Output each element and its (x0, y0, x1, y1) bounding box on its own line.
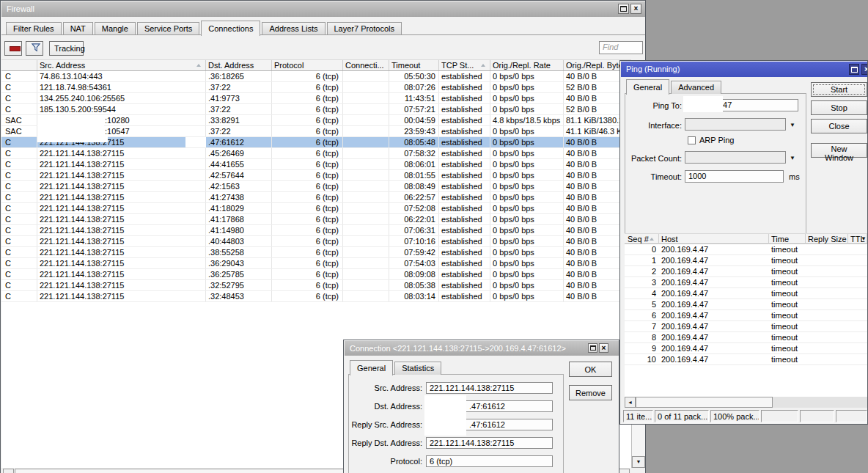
col-src-address[interactable]: Src. Address (37, 60, 206, 70)
maximize-icon[interactable] (618, 4, 629, 14)
close-button[interactable]: Close (811, 119, 867, 133)
connection-row[interactable]: C134.255.240.106:25565.41:97736 (tcp)11:… (1, 93, 631, 104)
connection-row[interactable]: C221.121.144.138:27115.44:416556 (tcp)08… (1, 159, 631, 170)
find-input[interactable]: Find (599, 41, 643, 54)
tab-filter-rules[interactable]: Filter Rules (6, 22, 62, 35)
col-connection-mark[interactable]: Connecti... (343, 60, 389, 70)
tab-connections[interactable]: Connections (201, 21, 260, 36)
cell-host: 200.169.4.47 (659, 266, 769, 276)
scroll-down-icon[interactable]: ▼ (632, 456, 645, 468)
ping-titlebar[interactable]: Ping (Running) (621, 62, 868, 77)
tab-statistics[interactable]: Statistics (394, 362, 441, 375)
maximize-icon[interactable] (849, 64, 859, 75)
chevron-down-icon[interactable]: ▼ (790, 122, 795, 128)
scroll-left-icon[interactable]: ◄ (3, 469, 14, 473)
col-flags[interactable] (3, 60, 37, 70)
ping-result-row[interactable]: 9200.169.4.47timeout (625, 343, 867, 354)
connection-row[interactable]: C221.121.144.138:27115.41:274386 (tcp)06… (1, 192, 631, 203)
firewall-titlebar[interactable]: Firewall (1, 1, 646, 17)
connection-row[interactable]: C221.121.144.138:27115.41:180296 (tcp)07… (1, 203, 631, 214)
ping-result-row[interactable]: 1200.169.4.47timeout (625, 255, 867, 266)
connection-row[interactable]: C221.121.144.138:27115.40:448036 (tcp)07… (1, 236, 631, 247)
cell-tcp-state: established (439, 291, 490, 301)
cell-protocol: 6 (tcp) (272, 280, 343, 290)
connection-row[interactable]: C221.121.144.138:27115.41:149806 (tcp)07… (1, 225, 631, 236)
cell-rate: 0 bps/0 bps (490, 269, 564, 279)
ping-result-row[interactable]: 2200.169.4.47timeout (625, 266, 867, 277)
col-orig-repl-rate[interactable]: Orig./Repl. Rate (490, 60, 564, 70)
ping-result-row[interactable]: 5200.169.4.47timeout (625, 299, 867, 310)
col-time[interactable]: Time (769, 234, 806, 244)
maximize-icon[interactable] (588, 343, 597, 353)
ping-result-row[interactable]: 0200.169.4.47timeout (625, 244, 867, 255)
cell-src: 221.121.144.138:27115 (37, 236, 206, 246)
ping-result-row[interactable]: 4200.169.4.47timeout (625, 288, 867, 299)
chevron-down-icon[interactable]: ▼ (790, 155, 795, 161)
start-button[interactable]: Start (811, 82, 867, 97)
tab-address-lists[interactable]: Address Lists (262, 22, 325, 35)
connection-row[interactable]: C221.121.144.138:27115.36:257856 (tcp)08… (1, 269, 631, 280)
col-tcp-state[interactable]: TCP St... (439, 60, 490, 70)
cell-connection-mark (343, 269, 389, 279)
connection-row[interactable]: C221.121.144.138:27115.41:178686 (tcp)06… (1, 214, 631, 225)
scroll-right-icon[interactable]: ► (619, 469, 630, 473)
timeout-field[interactable]: 1000 (685, 170, 784, 183)
protocol-field[interactable]: 6 (tcp) (426, 455, 553, 467)
tab-nat[interactable]: NAT (63, 22, 93, 35)
close-icon[interactable]: × (599, 343, 608, 353)
connection-row[interactable]: C221.121.144.138:27115.32:527956 (tcp)08… (1, 280, 631, 291)
ping-result-row[interactable]: 8200.169.4.47timeout (625, 332, 867, 343)
tab-advanced[interactable]: Advanced (671, 81, 721, 94)
tab-general[interactable]: General (626, 79, 669, 95)
col-timeout[interactable]: Timeout (389, 60, 439, 70)
src-address-field[interactable]: 221.121.144.138:27115 (426, 382, 553, 394)
col-seq[interactable]: Seq # (625, 234, 659, 244)
close-icon[interactable]: × (861, 64, 868, 75)
connection-row[interactable]: C221.121.144.138:27115.32:484536 (tcp)08… (1, 291, 631, 302)
connection-row[interactable]: C221.121.144.138:27115.38:552586 (tcp)07… (1, 247, 631, 258)
col-host[interactable]: Host (659, 234, 769, 244)
col-dst-address[interactable]: Dst. Address (206, 60, 272, 70)
new-window-button[interactable]: New Window (811, 143, 867, 158)
tab-service-ports[interactable]: Service Ports (137, 22, 199, 35)
column-select-icon[interactable]: ▼ (861, 236, 867, 242)
cell-protocol: 6 (tcp) (272, 71, 343, 81)
remove-connection-button[interactable] (4, 41, 22, 56)
ok-button[interactable]: OK (569, 362, 612, 377)
ping-result-row[interactable]: 7200.169.4.47timeout (625, 321, 867, 332)
cell-dst: .40:44803 (206, 236, 272, 246)
connection-row[interactable]: C74.86.13.104:443.36:182656 (tcp)05:50:3… (1, 71, 631, 82)
filter-button[interactable] (26, 41, 43, 56)
connection-row[interactable]: C221.121.144.138:27115.36:290436 (tcp)07… (1, 258, 631, 269)
tab-general[interactable]: General (350, 360, 393, 375)
remove-button[interactable]: Remove (569, 385, 612, 400)
cell-rate: 0 bps/0 bps (490, 291, 564, 301)
cell-flags: C (3, 291, 37, 301)
ping-result-row[interactable]: 6200.169.4.47timeout (625, 310, 867, 321)
close-icon[interactable]: × (630, 4, 641, 14)
arp-ping-checkbox[interactable] (688, 136, 696, 144)
ping-scroll-track[interactable] (773, 397, 867, 408)
ping-result-row[interactable]: 10200.169.4.47timeout (625, 354, 867, 365)
cell-dst: .44:41655 (206, 159, 272, 169)
ping-result-row[interactable]: 3200.169.4.47timeout (625, 277, 867, 288)
reply-dst-address-field[interactable]: 221.121.144.138:27115 (426, 437, 553, 449)
interface-dropdown[interactable] (685, 118, 786, 131)
connection-row[interactable]: C221.121.144.138:27115.42:15636 (tcp)08:… (1, 181, 631, 192)
connection-row[interactable]: C185.130.5.200:59544.37:226 (tcp)07:57:2… (1, 104, 631, 115)
cell-flags: C (3, 258, 37, 268)
stop-button[interactable]: Stop (811, 100, 867, 115)
scroll-left-icon[interactable]: ◄ (625, 397, 636, 408)
col-protocol[interactable]: Protocol (272, 60, 343, 70)
tracking-button[interactable]: Tracking (49, 41, 84, 56)
connection-row[interactable]: C221.121.144.138:27115.42:576446 (tcp)08… (1, 170, 631, 181)
tab-mangle[interactable]: Mangle (95, 22, 136, 35)
connection-titlebar[interactable]: Connection <221.121.144.138:27115->200.1… (345, 341, 619, 356)
ping-scroll-thumb[interactable] (636, 397, 773, 408)
connection-row[interactable]: C221.121.144.138:27115.45:264696 (tcp)07… (1, 148, 631, 159)
packet-count-dropdown[interactable] (685, 151, 786, 164)
col-reply-size[interactable]: Reply Size (806, 234, 848, 244)
tab-layer7-protocols[interactable]: Layer7 Protocols (327, 22, 402, 35)
connection-row[interactable]: C121.18.74.98:54361.37:226 (tcp)08:07:26… (1, 82, 631, 93)
cell-protocol: 6 (tcp) (272, 104, 343, 114)
